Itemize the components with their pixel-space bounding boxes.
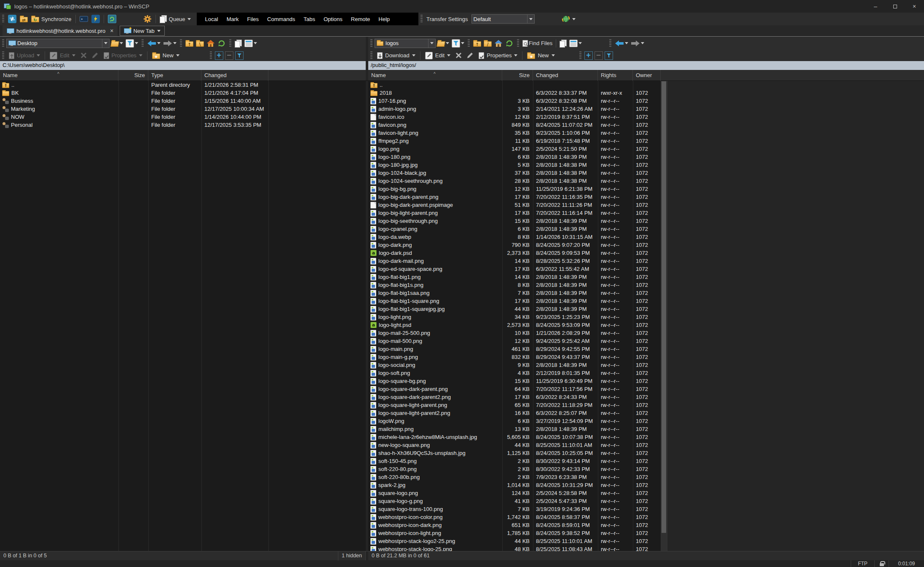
file-row[interactable]: logo-dark.psd 2,373 KB 8/24/2025 9:09:53… <box>368 249 661 257</box>
home-directory-button[interactable] <box>205 38 216 48</box>
minimize-button[interactable]: – <box>866 0 885 13</box>
menu-item[interactable]: Remote <box>347 16 375 22</box>
file-row[interactable]: logoW.png 6 KB 3/27/2019 12:54:09 PM rw-… <box>368 417 661 425</box>
home-directory-button[interactable] <box>493 38 504 48</box>
file-row[interactable]: webhostpro-stack-logo-25.png 48 KB 8/25/… <box>368 545 661 551</box>
file-row[interactable]: logo-cpanel.png 6 KB 2/8/2018 1:48:39 PM… <box>368 225 661 233</box>
file-row[interactable]: square-logo-trans-100.png 7 KB 3/19/2019… <box>368 505 661 513</box>
file-row[interactable]: new-logo-square.png 44 KB 8/25/2025 11:1… <box>368 441 661 449</box>
file-row[interactable]: shao-h-Xh36U9QcSJs-unsplash.jpg 1,125 KB… <box>368 449 661 457</box>
selection-filter-button[interactable] <box>234 51 244 61</box>
file-row[interactable]: logo-square-dark-parent.png 64 KB 7/20/2… <box>368 385 661 393</box>
column-header-name[interactable]: Name ^ <box>368 70 502 81</box>
open-directory-button[interactable] <box>110 38 124 48</box>
file-row[interactable]: Marketing File folder 12/17/2025 10:00:3… <box>0 105 366 113</box>
select-files-button[interactable]: + <box>584 51 594 61</box>
file-row[interactable]: logo.png 147 KB 2/5/2024 5:21:50 PM rw-r… <box>368 145 661 153</box>
column-header-type[interactable]: Type <box>148 70 201 81</box>
file-row[interactable]: logo-big-seethrough.png 15 KB 2/8/2018 1… <box>368 217 661 225</box>
console-button[interactable]: › <box>78 13 90 24</box>
file-row[interactable]: logo-big-dark-parent.pspimage 51 KB 7/20… <box>368 201 661 209</box>
column-header-owner[interactable]: Owner <box>633 70 661 81</box>
toolbar-grip[interactable] <box>517 39 519 48</box>
file-row[interactable]: logo-big-light-parent.png 17 KB 7/20/202… <box>368 209 661 217</box>
toolbar-grip[interactable] <box>229 39 231 48</box>
file-row[interactable]: logo-1024-seethrough.png 28 KB 2/8/2018 … <box>368 177 661 185</box>
close-tab-icon[interactable]: × <box>110 27 113 34</box>
back-button[interactable] <box>613 38 629 48</box>
file-row[interactable]: NOW File folder 1/14/2026 10:44:00 PM <box>0 113 366 121</box>
file-row[interactable]: spark-2.jpg 1,014 KB 8/24/2025 10:31:29 … <box>368 481 661 489</box>
file-row[interactable]: logo-dark.png 790 KB 8/24/2025 9:07:20 P… <box>368 241 661 249</box>
file-row[interactable]: logo-big-bg.png 12 KB 11/25/2019 6:21:38… <box>368 185 661 193</box>
file-row[interactable]: Business File folder 1/15/2026 11:40:00 … <box>0 97 366 105</box>
menu-item[interactable]: Commands <box>263 16 299 22</box>
open-directory-button[interactable] <box>436 38 450 48</box>
remote-path-bar[interactable]: /public_html/logos/ <box>368 61 924 70</box>
select-files-button[interactable]: + <box>214 51 224 61</box>
putty-button[interactable] <box>90 13 102 24</box>
encryption-cell[interactable] <box>874 560 889 567</box>
file-row[interactable]: .. <box>368 81 661 89</box>
delete-button[interactable] <box>78 51 89 61</box>
refresh-button[interactable] <box>504 38 515 48</box>
column-header-rights[interactable]: Rights <box>598 70 633 81</box>
queue-button[interactable]: Queue <box>158 13 193 24</box>
file-row[interactable]: ffmpeg2.png 11 KB 6/19/2018 7:15:48 PM r… <box>368 137 661 145</box>
filter-button[interactable] <box>124 38 139 48</box>
file-row[interactable]: square-logo.png 124 KB 2/5/2024 5:28:58 … <box>368 489 661 497</box>
transfer-mode-button[interactable] <box>6 13 18 24</box>
toolbar-grip[interactable] <box>2 51 4 60</box>
new-button[interactable]: ★ New <box>525 51 557 61</box>
file-row[interactable]: logo-social.png 9 KB 2/8/2018 1:48:39 PM… <box>368 361 661 369</box>
file-row[interactable]: logo-mail-500.png 12 KB 9/24/2025 9:25:4… <box>368 337 661 345</box>
file-row[interactable]: logo-main.png 461 KB 8/29/2024 9:42:55 P… <box>368 345 661 353</box>
transfer-settings-select[interactable]: Default <box>471 14 535 24</box>
properties-button[interactable]: Properties <box>101 51 145 61</box>
forward-button[interactable] <box>629 38 645 48</box>
sync-browsing-button[interactable]: ⇄ <box>18 13 29 24</box>
column-header-changed[interactable]: Changed <box>533 70 598 81</box>
file-row[interactable]: logo-square-light-parent2.png 16 KB 6/3/… <box>368 409 661 417</box>
file-row[interactable]: logo-flat-big1saa.png 7 KB 2/8/2018 1:48… <box>368 289 661 297</box>
file-row[interactable]: mailchimp.png 13 KB 2/8/2018 1:48:39 PM … <box>368 425 661 433</box>
file-row[interactable]: BK File folder 1/21/2026 4:17:04 PM <box>0 89 366 97</box>
local-path-bar[interactable]: C:\Users\webho\Desktop\ <box>0 61 366 70</box>
file-row[interactable]: logo-light.psd 2,573 KB 8/24/2025 9:53:0… <box>368 321 661 329</box>
selection-filter-button[interactable] <box>604 51 614 61</box>
unselect-files-button[interactable]: − <box>224 51 234 61</box>
file-row[interactable]: logo-flat-big1.png 14 KB 2/8/2018 1:48:3… <box>368 273 661 281</box>
forward-button[interactable] <box>162 38 178 48</box>
refresh-panels-button[interactable] <box>106 13 118 24</box>
protocol-cell[interactable]: FTP <box>851 560 874 567</box>
file-row[interactable]: logo-ed-square-space.png 17 KB 6/3/2022 … <box>368 265 661 273</box>
properties-button[interactable]: Properties <box>476 51 520 61</box>
new-button[interactable]: ★ New <box>150 51 182 61</box>
file-row[interactable]: webhostpro-icon-light.png 1,785 KB 8/24/… <box>368 529 661 537</box>
file-row[interactable]: logo-square-light-parent.png 65 KB 7/20/… <box>368 401 661 409</box>
menu-item[interactable]: Options <box>319 16 347 22</box>
unselect-files-button[interactable]: − <box>594 51 604 61</box>
scrollbar-thumb[interactable] <box>662 81 666 533</box>
toolbar-grip[interactable] <box>468 39 470 48</box>
connection-globe-button[interactable] <box>560 13 577 24</box>
toolbar-grip[interactable] <box>142 39 144 48</box>
toolbar-grip[interactable] <box>180 39 182 48</box>
edit-button[interactable]: Edit <box>47 51 78 61</box>
download-button[interactable]: Download <box>375 51 418 61</box>
delete-button[interactable] <box>453 51 464 61</box>
upload-button[interactable]: Upload <box>6 51 43 61</box>
toolbar-grip[interactable] <box>2 39 4 48</box>
parent-directory-button[interactable]: ↑ <box>472 38 482 48</box>
root-directory-button[interactable]: \ <box>195 38 205 48</box>
column-header-size[interactable]: Size <box>118 70 148 81</box>
file-row[interactable]: soft-220-80b.png 2 KB 7/9/2023 6:23:38 P… <box>368 473 661 481</box>
file-row[interactable]: logo-1024-black.jpg 37 KB 2/8/2018 1:48:… <box>368 169 661 177</box>
menu-item[interactable]: Help <box>374 16 394 22</box>
maximize-button[interactable] <box>885 0 905 13</box>
column-header-size[interactable]: Size <box>502 70 533 81</box>
file-row[interactable]: webhostpro-stack-logo2-25.png 44 KB 8/25… <box>368 537 661 545</box>
copy-path-button[interactable] <box>233 38 243 48</box>
rename-button[interactable] <box>89 51 101 61</box>
file-row[interactable]: square-logo-g.png 41 KB 2/5/2024 5:47:33… <box>368 497 661 505</box>
